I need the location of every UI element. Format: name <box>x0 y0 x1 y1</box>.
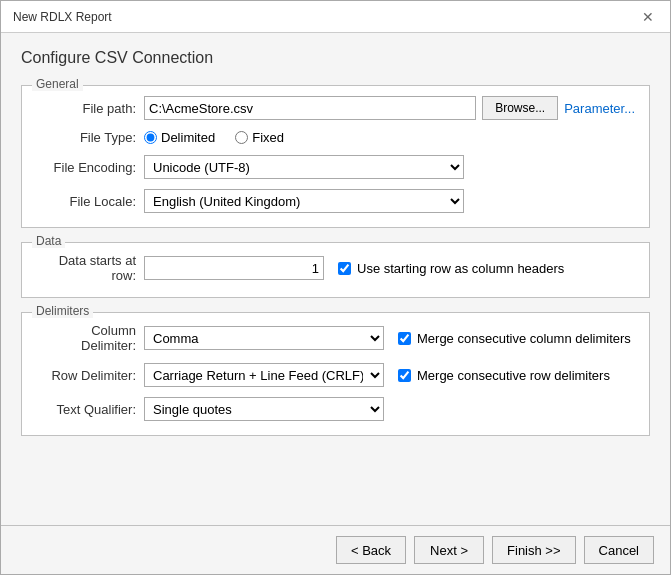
row-delimiter-label: Row Delimiter: <box>36 368 136 383</box>
row-delimiter-row: Row Delimiter: Carriage Return + Line Fe… <box>36 363 635 387</box>
file-locale-row: File Locale: English (United Kingdom) En… <box>36 189 635 213</box>
title-bar: New RDLX Report ✕ <box>1 1 670 33</box>
close-button[interactable]: ✕ <box>638 10 658 24</box>
data-group: Data Data starts at row: Use starting ro… <box>21 242 650 298</box>
delimiters-group: Delimiters Column Delimiter: Comma Semic… <box>21 312 650 436</box>
dialog-window: New RDLX Report ✕ Configure CSV Connecti… <box>0 0 671 575</box>
merge-row-text: Merge consecutive row delimiters <box>417 368 610 383</box>
file-locale-select[interactable]: English (United Kingdom) English (United… <box>144 189 464 213</box>
use-starting-row-checkbox[interactable] <box>338 262 351 275</box>
file-encoding-row: File Encoding: Unicode (UTF-8) UTF-16 AS… <box>36 155 635 179</box>
radio-delimited[interactable]: Delimited <box>144 130 215 145</box>
radio-fixed[interactable]: Fixed <box>235 130 284 145</box>
radio-fixed-input[interactable] <box>235 131 248 144</box>
merge-column-checkbox[interactable] <box>398 332 411 345</box>
delimiters-group-label: Delimiters <box>32 304 93 318</box>
file-encoding-label: File Encoding: <box>36 160 136 175</box>
radio-delimited-label: Delimited <box>161 130 215 145</box>
use-starting-row-label: Use starting row as column headers <box>357 261 564 276</box>
merge-row-label[interactable]: Merge consecutive row delimiters <box>398 368 610 383</box>
text-qualifier-select[interactable]: Single quotes Double quotes None <box>144 397 384 421</box>
file-type-row: File Type: Delimited Fixed <box>36 130 635 145</box>
file-path-input[interactable] <box>144 96 476 120</box>
radio-fixed-label: Fixed <box>252 130 284 145</box>
title-bar-text: New RDLX Report <box>13 10 112 24</box>
file-path-label: File path: <box>36 101 136 116</box>
file-path-row: File path: Browse... Parameter... <box>36 96 635 120</box>
general-group: General File path: Browse... Parameter..… <box>21 85 650 228</box>
dialog-content: Configure CSV Connection General File pa… <box>1 33 670 525</box>
back-button[interactable]: < Back <box>336 536 406 564</box>
text-qualifier-label: Text Qualifier: <box>36 402 136 417</box>
general-group-label: General <box>32 77 83 91</box>
data-group-label: Data <box>32 234 65 248</box>
file-encoding-select[interactable]: Unicode (UTF-8) UTF-16 ASCII ISO-8859-1 <box>144 155 464 179</box>
data-starts-input[interactable] <box>144 256 324 280</box>
merge-column-text: Merge consecutive column delimiters <box>417 331 631 346</box>
text-qualifier-row: Text Qualifier: Single quotes Double quo… <box>36 397 635 421</box>
file-type-radio-group: Delimited Fixed <box>144 130 284 145</box>
finish-button[interactable]: Finish >> <box>492 536 575 564</box>
column-delimiter-row: Column Delimiter: Comma Semicolon Tab Sp… <box>36 323 635 353</box>
column-delimiter-label: Column Delimiter: <box>36 323 136 353</box>
browse-button[interactable]: Browse... <box>482 96 558 120</box>
use-starting-row-checkbox-label[interactable]: Use starting row as column headers <box>338 261 564 276</box>
merge-column-label[interactable]: Merge consecutive column delimiters <box>398 331 631 346</box>
dialog-footer: < Back Next > Finish >> Cancel <box>1 525 670 574</box>
next-button[interactable]: Next > <box>414 536 484 564</box>
merge-row-checkbox[interactable] <box>398 369 411 382</box>
file-path-controls: Browse... Parameter... <box>144 96 635 120</box>
data-starts-label: Data starts at row: <box>36 253 136 283</box>
file-type-label: File Type: <box>36 130 136 145</box>
parameter-link[interactable]: Parameter... <box>564 101 635 116</box>
dialog-title: Configure CSV Connection <box>21 49 650 67</box>
row-delimiter-select[interactable]: Carriage Return + Line Feed (CRLF) Line … <box>144 363 384 387</box>
cancel-button[interactable]: Cancel <box>584 536 654 564</box>
column-delimiter-select[interactable]: Comma Semicolon Tab Space Other <box>144 326 384 350</box>
file-locale-label: File Locale: <box>36 194 136 209</box>
radio-delimited-input[interactable] <box>144 131 157 144</box>
data-starts-row: Data starts at row: Use starting row as … <box>36 253 635 283</box>
